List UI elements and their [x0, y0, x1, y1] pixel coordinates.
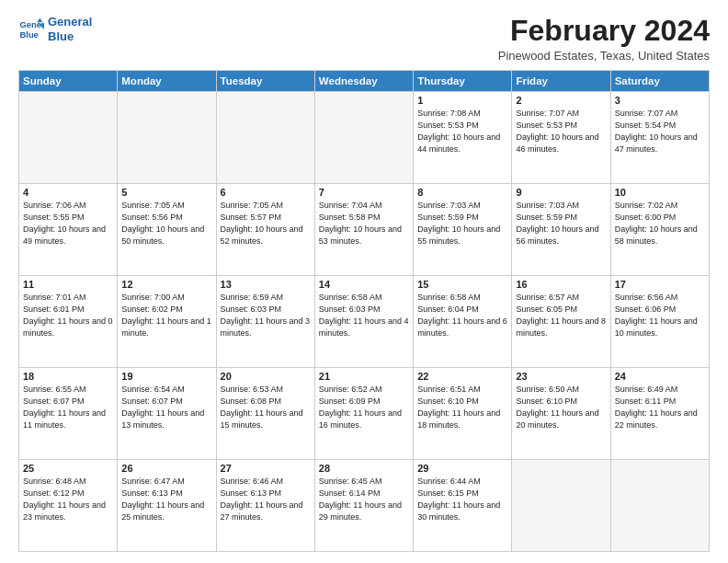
header: General Blue General Blue February 2024 …	[18, 15, 710, 63]
day-info: Sunrise: 7:03 AMSunset: 5:59 PMDaylight:…	[417, 200, 507, 247]
calendar-cell	[314, 92, 413, 184]
day-number: 7	[319, 187, 409, 198]
day-info: Sunrise: 6:58 AMSunset: 6:03 PMDaylight:…	[319, 292, 409, 339]
day-info: Sunrise: 6:53 AMSunset: 6:08 PMDaylight:…	[221, 384, 311, 431]
title-block: February 2024 Pinewood Estates, Texas, U…	[498, 15, 710, 63]
day-number: 22	[417, 371, 507, 382]
day-number: 19	[121, 371, 211, 382]
day-number: 10	[615, 187, 705, 198]
calendar-cell	[19, 92, 118, 184]
day-info: Sunrise: 6:48 AMSunset: 6:12 PMDaylight:…	[23, 476, 113, 523]
day-number: 13	[221, 279, 311, 290]
day-info: Sunrise: 6:49 AMSunset: 6:11 PMDaylight:…	[615, 384, 705, 431]
day-info: Sunrise: 6:46 AMSunset: 6:13 PMDaylight:…	[221, 476, 311, 523]
day-number: 2	[516, 95, 606, 106]
col-header-wednesday: Wednesday	[314, 71, 413, 92]
day-info: Sunrise: 7:00 AMSunset: 6:02 PMDaylight:…	[121, 292, 211, 339]
calendar-week-1: 1Sunrise: 7:08 AMSunset: 5:53 PMDaylight…	[19, 92, 710, 184]
calendar-table: SundayMondayTuesdayWednesdayThursdayFrid…	[18, 70, 710, 552]
calendar-cell: 14Sunrise: 6:58 AMSunset: 6:03 PMDayligh…	[314, 276, 413, 368]
day-info: Sunrise: 6:44 AMSunset: 6:15 PMDaylight:…	[417, 476, 507, 523]
day-info: Sunrise: 7:08 AMSunset: 5:53 PMDaylight:…	[417, 108, 507, 155]
day-info: Sunrise: 7:03 AMSunset: 5:59 PMDaylight:…	[516, 200, 606, 247]
calendar-cell: 19Sunrise: 6:54 AMSunset: 6:07 PMDayligh…	[118, 368, 216, 460]
calendar-cell: 9Sunrise: 7:03 AMSunset: 5:59 PMDaylight…	[512, 184, 610, 276]
calendar-cell: 22Sunrise: 6:51 AMSunset: 6:10 PMDayligh…	[414, 368, 512, 460]
col-header-saturday: Saturday	[610, 71, 709, 92]
day-number: 11	[23, 279, 113, 290]
page: General Blue General Blue February 2024 …	[0, 0, 728, 563]
col-header-monday: Monday	[118, 71, 216, 92]
day-number: 1	[417, 95, 507, 106]
day-number: 4	[23, 187, 113, 198]
calendar-cell: 21Sunrise: 6:52 AMSunset: 6:09 PMDayligh…	[314, 368, 413, 460]
calendar-header-row: SundayMondayTuesdayWednesdayThursdayFrid…	[19, 71, 710, 92]
svg-text:Blue: Blue	[20, 29, 39, 39]
day-number: 9	[516, 187, 606, 198]
calendar-cell: 25Sunrise: 6:48 AMSunset: 6:12 PMDayligh…	[19, 460, 118, 552]
day-info: Sunrise: 7:01 AMSunset: 6:01 PMDaylight:…	[23, 292, 113, 339]
day-number: 26	[121, 463, 211, 474]
day-number: 17	[615, 279, 705, 290]
calendar-cell: 16Sunrise: 6:57 AMSunset: 6:05 PMDayligh…	[512, 276, 610, 368]
calendar-cell: 2Sunrise: 7:07 AMSunset: 5:53 PMDaylight…	[512, 92, 610, 184]
calendar-cell: 11Sunrise: 7:01 AMSunset: 6:01 PMDayligh…	[19, 276, 118, 368]
day-info: Sunrise: 7:07 AMSunset: 5:53 PMDaylight:…	[516, 108, 606, 155]
calendar-cell: 1Sunrise: 7:08 AMSunset: 5:53 PMDaylight…	[414, 92, 512, 184]
calendar-cell: 23Sunrise: 6:50 AMSunset: 6:10 PMDayligh…	[512, 368, 610, 460]
logo-icon: General Blue	[18, 17, 44, 42]
day-info: Sunrise: 7:04 AMSunset: 5:58 PMDaylight:…	[319, 200, 409, 247]
day-number: 3	[615, 95, 705, 106]
day-number: 18	[23, 371, 113, 382]
day-number: 28	[319, 463, 409, 474]
calendar-week-4: 18Sunrise: 6:55 AMSunset: 6:07 PMDayligh…	[19, 368, 710, 460]
col-header-tuesday: Tuesday	[216, 71, 314, 92]
day-info: Sunrise: 7:05 AMSunset: 5:57 PMDaylight:…	[221, 200, 311, 247]
logo-line2: Blue	[48, 29, 74, 43]
calendar-cell: 5Sunrise: 7:05 AMSunset: 5:56 PMDaylight…	[118, 184, 216, 276]
calendar-week-5: 25Sunrise: 6:48 AMSunset: 6:12 PMDayligh…	[19, 460, 710, 552]
calendar-cell	[216, 92, 314, 184]
day-info: Sunrise: 6:52 AMSunset: 6:09 PMDaylight:…	[319, 384, 409, 431]
day-info: Sunrise: 6:55 AMSunset: 6:07 PMDaylight:…	[23, 384, 113, 431]
day-info: Sunrise: 6:59 AMSunset: 6:03 PMDaylight:…	[221, 292, 311, 339]
day-number: 5	[121, 187, 211, 198]
day-number: 20	[221, 371, 311, 382]
col-header-sunday: Sunday	[19, 71, 118, 92]
calendar-cell: 13Sunrise: 6:59 AMSunset: 6:03 PMDayligh…	[216, 276, 314, 368]
day-info: Sunrise: 7:07 AMSunset: 5:54 PMDaylight:…	[615, 108, 705, 155]
day-number: 23	[516, 371, 606, 382]
calendar-cell: 3Sunrise: 7:07 AMSunset: 5:54 PMDaylight…	[610, 92, 709, 184]
calendar-cell: 20Sunrise: 6:53 AMSunset: 6:08 PMDayligh…	[216, 368, 314, 460]
calendar-week-2: 4Sunrise: 7:06 AMSunset: 5:55 PMDaylight…	[19, 184, 710, 276]
day-info: Sunrise: 7:02 AMSunset: 6:00 PMDaylight:…	[615, 200, 705, 247]
day-number: 14	[319, 279, 409, 290]
logo-text: General Blue	[48, 15, 92, 43]
calendar-cell: 18Sunrise: 6:55 AMSunset: 6:07 PMDayligh…	[19, 368, 118, 460]
calendar-cell: 17Sunrise: 6:56 AMSunset: 6:06 PMDayligh…	[610, 276, 709, 368]
day-info: Sunrise: 6:50 AMSunset: 6:10 PMDaylight:…	[516, 384, 606, 431]
day-info: Sunrise: 6:58 AMSunset: 6:04 PMDaylight:…	[417, 292, 507, 339]
day-number: 8	[417, 187, 507, 198]
calendar-cell	[512, 460, 610, 552]
calendar-cell: 26Sunrise: 6:47 AMSunset: 6:13 PMDayligh…	[118, 460, 216, 552]
day-info: Sunrise: 6:47 AMSunset: 6:13 PMDaylight:…	[121, 476, 211, 523]
calendar-cell	[610, 460, 709, 552]
calendar-cell: 24Sunrise: 6:49 AMSunset: 6:11 PMDayligh…	[610, 368, 709, 460]
day-info: Sunrise: 6:56 AMSunset: 6:06 PMDaylight:…	[615, 292, 705, 339]
day-number: 27	[221, 463, 311, 474]
day-info: Sunrise: 6:51 AMSunset: 6:10 PMDaylight:…	[417, 384, 507, 431]
day-number: 21	[319, 371, 409, 382]
day-number: 29	[417, 463, 507, 474]
day-number: 15	[417, 279, 507, 290]
calendar-cell: 6Sunrise: 7:05 AMSunset: 5:57 PMDaylight…	[216, 184, 314, 276]
logo-line1: General	[48, 15, 92, 29]
col-header-friday: Friday	[512, 71, 610, 92]
day-info: Sunrise: 6:45 AMSunset: 6:14 PMDaylight:…	[319, 476, 409, 523]
calendar-week-3: 11Sunrise: 7:01 AMSunset: 6:01 PMDayligh…	[19, 276, 710, 368]
calendar-cell: 15Sunrise: 6:58 AMSunset: 6:04 PMDayligh…	[414, 276, 512, 368]
calendar-cell: 7Sunrise: 7:04 AMSunset: 5:58 PMDaylight…	[314, 184, 413, 276]
day-number: 24	[615, 371, 705, 382]
calendar-cell: 4Sunrise: 7:06 AMSunset: 5:55 PMDaylight…	[19, 184, 118, 276]
main-title: February 2024	[498, 15, 710, 47]
